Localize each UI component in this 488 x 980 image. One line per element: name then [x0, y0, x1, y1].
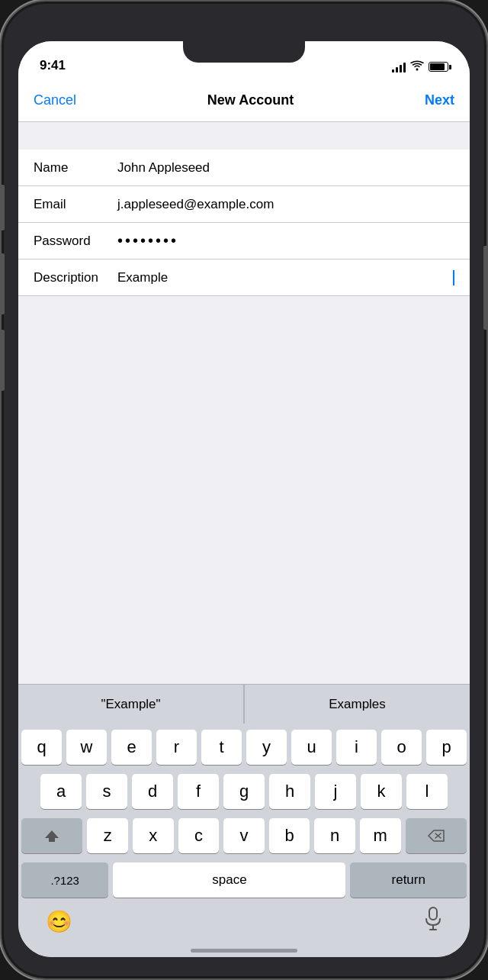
side-button-volume-up[interactable] [2, 253, 5, 314]
key-h[interactable]: h [269, 774, 310, 809]
key-t[interactable]: t [201, 730, 242, 765]
section-separator [18, 122, 470, 150]
form-row-password[interactable]: Password •••••••• [18, 223, 470, 260]
form-row-name[interactable]: Name John Appleseed [18, 150, 470, 186]
key-q[interactable]: q [21, 730, 62, 765]
keyboard-suggestions: "Example" Examples [18, 684, 470, 724]
key-i[interactable]: i [336, 730, 377, 765]
key-r[interactable]: r [156, 730, 197, 765]
key-z[interactable]: z [87, 818, 128, 853]
value-description[interactable]: Example [117, 270, 454, 285]
status-time: 9:41 [40, 58, 66, 73]
key-row-4: .?123 space return [21, 862, 467, 898]
signal-icon [392, 62, 406, 73]
home-indicator [191, 949, 297, 953]
key-a[interactable]: a [40, 774, 82, 809]
key-row-2: a s d f g h j k l [21, 774, 467, 809]
battery-fill [430, 63, 445, 70]
key-w[interactable]: w [66, 730, 107, 765]
form-row-email[interactable]: Email j.appleseed@example.com [18, 186, 470, 223]
key-x[interactable]: x [133, 818, 174, 853]
next-button[interactable]: Next [425, 92, 454, 108]
keyboard: q w e r t y u i o p a s d f g h j k [18, 724, 470, 901]
value-password[interactable]: •••••••• [117, 232, 454, 250]
key-f[interactable]: f [178, 774, 219, 809]
battery-icon [429, 62, 448, 72]
key-u[interactable]: u [291, 730, 332, 765]
status-icons [392, 60, 448, 73]
key-p[interactable]: p [426, 730, 467, 765]
form-container: Name John Appleseed Email j.appleseed@ex… [18, 150, 470, 296]
delete-key[interactable] [406, 818, 467, 853]
key-row-1: q w e r t y u i o p [21, 730, 467, 765]
nav-title: New Account [207, 92, 294, 108]
mic-button[interactable] [424, 907, 442, 936]
svg-rect-4 [429, 907, 437, 920]
svg-point-0 [416, 69, 419, 71]
return-key[interactable]: return [350, 862, 467, 898]
space-key[interactable]: space [113, 862, 345, 898]
key-j[interactable]: j [315, 774, 356, 809]
wifi-icon [410, 60, 424, 73]
value-email[interactable]: j.appleseed@example.com [117, 197, 454, 212]
key-d[interactable]: d [132, 774, 173, 809]
key-row-3: z x c v b n m [21, 818, 467, 853]
key-m[interactable]: m [360, 818, 401, 853]
cancel-button[interactable]: Cancel [34, 92, 76, 108]
notch [183, 41, 305, 63]
nav-bar: Cancel New Account Next [18, 79, 470, 122]
value-name[interactable]: John Appleseed [117, 160, 454, 176]
label-description: Description [34, 270, 117, 285]
key-s[interactable]: s [86, 774, 127, 809]
shift-key[interactable] [21, 818, 82, 853]
key-e[interactable]: e [111, 730, 152, 765]
phone-frame: 9:41 [0, 0, 488, 980]
emoji-button[interactable]: 😊 [46, 909, 72, 934]
content-spacer [18, 296, 470, 684]
key-n[interactable]: n [314, 818, 355, 853]
key-g[interactable]: g [223, 774, 265, 809]
key-b[interactable]: b [269, 818, 310, 853]
key-l[interactable]: l [406, 774, 448, 809]
side-button-volume-down[interactable] [2, 330, 5, 391]
side-button-power[interactable] [483, 246, 486, 330]
side-button-mute[interactable] [2, 185, 5, 230]
suggestion-examples[interactable]: Examples [244, 685, 470, 724]
suggestion-quoted[interactable]: "Example" [18, 685, 244, 724]
numbers-key[interactable]: .?123 [21, 862, 108, 898]
key-k[interactable]: k [361, 774, 402, 809]
label-name: Name [34, 160, 117, 176]
svg-marker-1 [45, 830, 59, 842]
key-v[interactable]: v [223, 818, 265, 853]
label-email: Email [34, 197, 117, 212]
label-password: Password [34, 234, 117, 249]
key-y[interactable]: y [246, 730, 287, 765]
phone-screen: 9:41 [18, 41, 470, 957]
key-c[interactable]: c [178, 818, 220, 853]
form-row-description[interactable]: Description Example [18, 260, 470, 296]
key-o[interactable]: o [381, 730, 422, 765]
